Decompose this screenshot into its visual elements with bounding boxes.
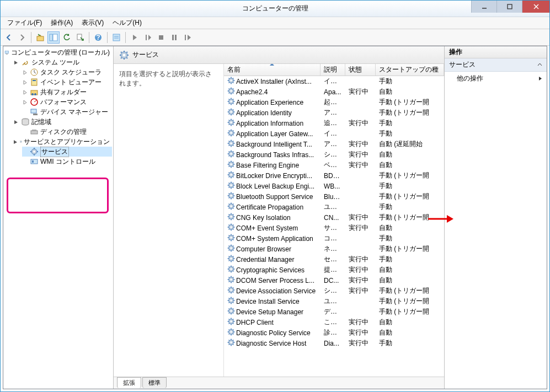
collapse-icon[interactable] bbox=[13, 139, 18, 145]
tree-event-viewer[interactable]: イベント ビューアー bbox=[22, 77, 112, 87]
collapse-icon[interactable] bbox=[13, 119, 19, 125]
svg-line-220 bbox=[233, 250, 233, 250]
svg-line-180 bbox=[233, 208, 233, 208]
column-status[interactable]: 状態 bbox=[345, 64, 376, 76]
tree-device-manager[interactable]: デバイス マネージャー bbox=[22, 107, 112, 117]
wmi-icon bbox=[30, 157, 39, 166]
back-button[interactable] bbox=[3, 31, 15, 44]
expand-icon[interactable] bbox=[22, 69, 28, 76]
menu-help[interactable]: ヘルプ(H) bbox=[109, 17, 145, 29]
column-desc[interactable]: 説明 bbox=[321, 64, 345, 76]
service-row[interactable]: Apache2.4Apa...実行中自動 bbox=[224, 87, 444, 97]
menu-file[interactable]: ファイル(F) bbox=[4, 17, 45, 29]
column-name[interactable]: 名前 bbox=[224, 64, 321, 76]
service-row[interactable]: Diagnostic Service HostDia...実行中手動 bbox=[224, 338, 444, 348]
service-row[interactable]: Bluetooth Support ServiceBlue...手動 (トリガー… bbox=[224, 191, 444, 202]
properties-button[interactable] bbox=[110, 31, 122, 44]
maximize-button[interactable] bbox=[496, 1, 522, 13]
help-button[interactable]: ? bbox=[92, 31, 104, 44]
tree-performance[interactable]: パフォーマンス bbox=[22, 97, 112, 107]
stop-service-button[interactable] bbox=[155, 31, 167, 44]
center-panel: サービス 項目を選択すると説明が表示されます。 名前 説明 状態 スタートアップ… bbox=[114, 46, 445, 389]
svg-point-204 bbox=[230, 237, 232, 239]
service-row[interactable]: Application Identityアプリ...手動 (トリガー開 bbox=[224, 108, 444, 118]
gear-icon bbox=[30, 147, 39, 156]
column-startup[interactable]: スタートアップの種 bbox=[376, 64, 444, 76]
service-row[interactable]: Credential Managerセキ...実行中手動 bbox=[224, 254, 444, 265]
tree-wmi-control[interactable]: WMI コントロール bbox=[22, 157, 112, 167]
menu-view[interactable]: 表示(V) bbox=[78, 17, 107, 29]
list-rows[interactable]: ActiveX Installer (AxInst...イン...手動Apach… bbox=[224, 76, 444, 377]
service-row[interactable]: DCOM Server Process L...DC...実行中自動 bbox=[224, 275, 444, 286]
tree-services-apps[interactable]: サービスとアプリケーション bbox=[13, 137, 112, 147]
svg-line-239 bbox=[229, 267, 229, 267]
service-row[interactable]: DHCP Clientこの...実行中自動 bbox=[224, 317, 444, 327]
gear-icon bbox=[227, 339, 235, 348]
minimize-button[interactable] bbox=[471, 1, 496, 13]
service-row[interactable]: Device Install Serviceユー...手動 (トリガー開 bbox=[224, 296, 444, 307]
computer-icon bbox=[4, 48, 9, 57]
svg-line-69 bbox=[229, 89, 229, 89]
sort-ascending-icon bbox=[270, 64, 274, 66]
pause-service-button[interactable] bbox=[168, 31, 180, 44]
service-row[interactable]: Computer Browserネット...手動 (トリガー開 bbox=[224, 244, 444, 254]
service-row[interactable]: Application Information追加...実行中手動 bbox=[224, 118, 444, 128]
svg-line-131 bbox=[229, 155, 229, 156]
restart-service-button[interactable] bbox=[181, 31, 194, 44]
service-name-cell: Diagnostic Service Host bbox=[224, 339, 321, 348]
service-row[interactable]: ActiveX Installer (AxInst...イン...手動 bbox=[224, 76, 444, 87]
start-service-button[interactable] bbox=[129, 31, 141, 44]
service-startup-cell: 手動 (トリガー開 bbox=[376, 98, 444, 107]
svg-line-259 bbox=[229, 288, 229, 288]
refresh-button[interactable] bbox=[61, 31, 73, 44]
tree-disk-management[interactable]: ディスクの管理 bbox=[22, 127, 112, 137]
actions-section-services[interactable]: サービス bbox=[445, 58, 547, 72]
service-desc-cell: イン... bbox=[321, 129, 345, 138]
svg-line-309 bbox=[229, 340, 229, 341]
tree-system-tools[interactable]: システム ツール bbox=[13, 57, 112, 67]
service-row[interactable]: Certificate Propagationユー...手動 bbox=[224, 202, 444, 212]
export-button[interactable] bbox=[74, 31, 86, 44]
tree-shared-folders[interactable]: 共有フォルダー bbox=[22, 87, 112, 97]
service-row[interactable]: Base Filtering Engineベー...実行中自動 bbox=[224, 160, 444, 170]
service-row[interactable]: CNG Key IsolationCN...実行中手動 (トリガー開 bbox=[224, 212, 444, 223]
service-row[interactable]: Application Experience起動...手動 (トリガー開 bbox=[224, 97, 444, 108]
svg-rect-5 bbox=[50, 34, 52, 41]
show-hide-tree-button[interactable] bbox=[47, 31, 60, 44]
gear-icon bbox=[227, 108, 235, 117]
tree-root[interactable]: コンピューターの管理 (ローカル) bbox=[4, 47, 112, 57]
service-row[interactable]: Application Layer Gatew...イン...手動 bbox=[224, 128, 444, 139]
tab-extended[interactable]: 拡張 bbox=[117, 377, 141, 388]
svg-line-120 bbox=[233, 145, 233, 146]
expand-icon[interactable] bbox=[22, 99, 28, 105]
tree-task-scheduler[interactable]: タスク スケジューラ bbox=[22, 67, 112, 77]
service-row[interactable]: Block Level Backup Engi...WB...手動 bbox=[224, 181, 444, 191]
expand-icon[interactable] bbox=[22, 89, 28, 95]
service-row[interactable]: BitLocker Drive Encrypti...BDE...手動 (トリガ… bbox=[224, 170, 444, 181]
svg-line-52 bbox=[127, 52, 128, 53]
gear-icon bbox=[227, 234, 235, 243]
service-row[interactable]: Background Intelligent T...アイ...実行中自動 (遅… bbox=[224, 139, 444, 149]
service-row[interactable]: Cryptographic Services提供...実行中自動 bbox=[224, 265, 444, 275]
up-button[interactable] bbox=[34, 31, 46, 44]
menu-action[interactable]: 操作(A) bbox=[47, 17, 76, 29]
forward-button[interactable] bbox=[16, 31, 28, 44]
pause-play-button[interactable] bbox=[142, 31, 154, 44]
actions-other[interactable]: 他の操作 bbox=[445, 72, 547, 85]
svg-line-179 bbox=[229, 204, 229, 205]
close-button[interactable] bbox=[522, 1, 549, 13]
service-row[interactable]: Device Setup Managerデバ...手動 (トリガー開 bbox=[224, 307, 444, 317]
service-row[interactable]: Background Tasks Infras...シス...実行中自動 bbox=[224, 149, 444, 160]
service-row[interactable]: Diagnostic Policy Service診断...実行中自動 bbox=[224, 327, 444, 338]
tab-standard[interactable]: 標準 bbox=[142, 377, 167, 388]
service-row[interactable]: COM+ System Applicationコン...手動 bbox=[224, 233, 444, 244]
svg-point-144 bbox=[230, 174, 232, 176]
service-row[interactable]: Device Association Serviceシス...実行中手動 (トリ… bbox=[224, 286, 444, 296]
service-row[interactable]: COM+ Event Systemサポ...実行中自動 bbox=[224, 223, 444, 233]
expand-icon[interactable] bbox=[22, 79, 28, 85]
tree-services[interactable]: サービス bbox=[22, 147, 112, 157]
collapse-icon[interactable] bbox=[13, 60, 19, 66]
service-name-cell: Background Intelligent T... bbox=[224, 139, 321, 149]
service-desc-cell: 追加... bbox=[321, 119, 345, 128]
tree-storage[interactable]: 記憶域 bbox=[13, 117, 112, 127]
